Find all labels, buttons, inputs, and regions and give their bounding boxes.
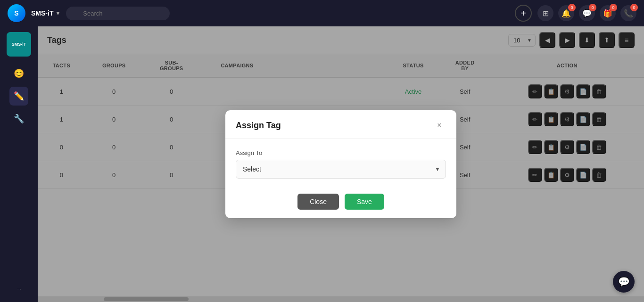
close-modal-button[interactable]: Close bbox=[297, 194, 339, 210]
sidebar: SMS-iT 😊 ✏️ 🔧 → bbox=[0, 26, 38, 302]
modal-header: Assign Tag × bbox=[225, 110, 456, 139]
assign-tag-modal: Assign Tag × Assign To Select ▼ bbox=[225, 110, 456, 218]
main-content: Tags 10 25 50 100 ▼ ◀ ▶ bbox=[38, 26, 644, 302]
phone-badge: 0 bbox=[630, 4, 638, 11]
nav-icons-group: ⊞ 🔔 0 💬 0 🎁 0 📞 0 bbox=[537, 5, 636, 21]
chat-nav-icon-btn[interactable]: 💬 0 bbox=[579, 5, 595, 21]
face-icon: 😊 bbox=[14, 68, 24, 79]
sidebar-item-edit[interactable]: ✏️ bbox=[9, 87, 28, 106]
assign-to-select[interactable]: Select bbox=[236, 160, 446, 179]
brand-caret-icon: ▼ bbox=[55, 10, 60, 16]
bell-icon-btn[interactable]: 🔔 0 bbox=[558, 5, 574, 21]
gift-icon-btn[interactable]: 🎁 0 bbox=[600, 5, 616, 21]
search-wrapper: 🔍 bbox=[66, 7, 170, 20]
search-input[interactable] bbox=[66, 7, 170, 20]
sidebar-bottom: → bbox=[12, 281, 26, 296]
modal-title: Assign Tag bbox=[236, 121, 281, 131]
bell-badge: 0 bbox=[568, 4, 576, 11]
gift-badge: 0 bbox=[610, 4, 617, 11]
modal-body: Assign To Select ▼ bbox=[225, 139, 456, 187]
modal-close-button[interactable]: × bbox=[433, 119, 446, 132]
top-navigation: S SMS-iT ▼ 🔍 + ⊞ 🔔 0 💬 0 🎁 0 📞 0 bbox=[0, 0, 644, 26]
grid-icon: ⊞ bbox=[543, 9, 549, 18]
tool-icon: 🔧 bbox=[14, 114, 24, 124]
chat-widget-icon: 💬 bbox=[618, 276, 630, 287]
app-layout: SMS-iT 😊 ✏️ 🔧 → Tags 10 25 50 bbox=[0, 26, 644, 302]
chat-badge: 0 bbox=[589, 4, 596, 11]
assign-to-label: Assign To bbox=[236, 149, 446, 156]
phone-icon-btn[interactable]: 📞 0 bbox=[620, 5, 636, 21]
modal-overlay: Assign Tag × Assign To Select ▼ bbox=[38, 26, 644, 302]
assign-to-select-wrapper: Select ▼ bbox=[236, 160, 446, 179]
save-modal-button[interactable]: Save bbox=[345, 194, 384, 210]
sidebar-logo[interactable]: SMS-iT bbox=[7, 32, 31, 57]
chat-widget-button[interactable]: 💬 bbox=[613, 271, 635, 293]
brand-name[interactable]: SMS-iT ▼ bbox=[31, 9, 60, 17]
sidebar-item-face[interactable]: 😊 bbox=[9, 64, 28, 83]
modal-footer: Close Save bbox=[225, 187, 456, 218]
sidebar-item-tool[interactable]: 🔧 bbox=[9, 109, 28, 128]
grid-icon-btn[interactable]: ⊞ bbox=[537, 5, 553, 21]
sidebar-collapse-button[interactable]: → bbox=[12, 281, 26, 296]
user-avatar[interactable]: S bbox=[8, 4, 25, 22]
edit-icon: ✏️ bbox=[14, 91, 24, 101]
add-button[interactable]: + bbox=[515, 5, 532, 22]
